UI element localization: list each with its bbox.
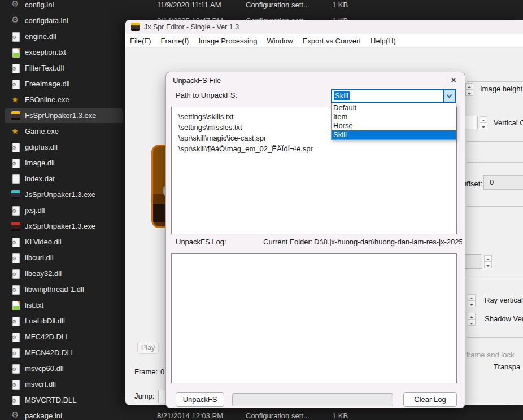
dropdown-option-horse[interactable]: Horse xyxy=(332,121,456,130)
exe-character-icon xyxy=(11,222,20,231)
dropdown-option-item[interactable]: Item xyxy=(332,112,456,121)
clear-log-button[interactable]: Clear Log xyxy=(403,392,457,407)
vertical-offset-label: Vertical Of xyxy=(494,119,523,127)
file-name: JxSprUnpaker1.3.exe xyxy=(25,222,95,230)
dll-file-icon xyxy=(11,64,20,73)
file-name: MFC42D.DLL xyxy=(25,333,69,341)
file-size: 1 KB xyxy=(332,1,348,9)
shadow-vertical-label: Shadow Vert xyxy=(485,314,523,323)
file-name: Game.exe xyxy=(25,127,59,135)
menu-image-processing[interactable]: Image Processing xyxy=(198,37,257,45)
progress-bar xyxy=(232,393,393,406)
exe-file-icon xyxy=(11,127,20,136)
dll-file-icon xyxy=(11,269,20,278)
app-icon xyxy=(131,23,140,31)
file-name: MFCN42D.DLL xyxy=(25,348,75,357)
menu-bar: File(F) Frame(I) Image Processing Window… xyxy=(125,34,523,48)
menu-file[interactable]: File(F) xyxy=(130,37,151,45)
panel-spinner[interactable] xyxy=(484,255,492,268)
file-name: configdata.ini xyxy=(25,16,68,25)
frame-label: Frame: xyxy=(134,368,158,376)
close-icon[interactable]: × xyxy=(447,73,460,87)
file-name: LuaLibDll.dll xyxy=(25,317,65,325)
dll-file-icon xyxy=(11,317,20,326)
frame-value: 0 xyxy=(160,368,164,376)
jump-input[interactable] xyxy=(158,390,166,403)
file-name: engine.dll xyxy=(25,32,56,41)
window-title: Jx Spr Editor - Single - Ver 1.3 xyxy=(144,23,239,31)
unpackfs-button[interactable]: UnpackFS xyxy=(176,392,224,407)
offset-input[interactable]: 0 xyxy=(483,175,523,190)
file-name: msvcrt.dll xyxy=(25,380,56,388)
exe-character-icon xyxy=(11,190,20,199)
dll-file-icon xyxy=(11,253,20,262)
file-name: FsSprUnpaker1.3.exe xyxy=(25,111,96,120)
dialog-title: UnpackFS File xyxy=(173,76,221,85)
file-row[interactable]: config.ini 11/9/2020 11:11 AM Configurat… xyxy=(0,0,523,13)
file-name: JsSprUnpaker1.3.exe xyxy=(25,190,95,199)
dll-file-icon xyxy=(11,285,20,294)
file-name: FilterText.dll xyxy=(25,64,64,72)
dll-file-icon xyxy=(11,80,20,89)
chevron-down-icon xyxy=(468,319,476,326)
panel-divider xyxy=(467,141,523,142)
exe-character-icon xyxy=(11,111,20,120)
file-name: list.txt xyxy=(25,301,43,309)
chevron-down-icon xyxy=(468,300,476,307)
window-titlebar[interactable]: Jx Spr Editor - Single - Ver 1.3 xyxy=(125,20,523,34)
combobox-dropdown: Default Item Horse Skill xyxy=(331,103,456,140)
screen: config.ini 11/9/2020 11:11 AM Configurat… xyxy=(0,0,523,420)
file-date: 11/9/2020 11:11 AM xyxy=(157,1,221,9)
menu-window[interactable]: Window xyxy=(267,37,293,45)
unpackfs-log-box[interactable] xyxy=(171,253,457,383)
dropdown-option-default[interactable]: Default xyxy=(332,103,456,112)
current-folder-label: Current Folder: xyxy=(263,238,312,246)
chevron-down-icon xyxy=(480,123,487,129)
ini-file-icon xyxy=(11,1,20,10)
current-folder-path: D:\8.jx-huong-dan\huong-dan-lam-res-jx-2… xyxy=(314,238,462,246)
shadow-vertical-spinner[interactable] xyxy=(468,313,476,325)
log-label: UnpackFS Log: xyxy=(176,238,226,246)
dll-file-icon xyxy=(11,143,20,152)
menu-frame[interactable]: Frame(I) xyxy=(161,37,189,45)
dropdown-option-skill-selected[interactable]: Skill xyxy=(332,130,456,139)
ini-file-icon xyxy=(11,16,20,25)
ini-file-icon xyxy=(11,412,20,420)
file-row[interactable]: package.ini 8/21/2014 12:03 PM Configura… xyxy=(0,408,523,420)
txt-file-icon xyxy=(11,301,20,310)
txt-file-icon xyxy=(11,48,20,57)
jump-label: Jump: xyxy=(134,392,154,400)
dll-file-icon xyxy=(11,238,20,247)
vertical-offset-spinner[interactable] xyxy=(480,116,487,129)
list-item[interactable]: \spr\skill\¶ëáÒ\mag_em_02_ËÄÏóÍ¬¹é.spr xyxy=(178,143,456,154)
unpackfs-dialog: UnpackFS File × Path to UnpackFS: Skill … xyxy=(165,72,465,408)
transparent-label: Transpa xyxy=(494,362,520,371)
dll-file-icon xyxy=(11,32,20,41)
frame-lock-label: t frame and lock xyxy=(462,351,515,359)
file-name: MSVCRTD.DLL xyxy=(25,396,77,404)
combobox-arrow-button[interactable] xyxy=(443,90,455,102)
file-name: libwinpthread-1.dll xyxy=(25,285,84,294)
panel-divider xyxy=(467,162,523,163)
image-height-label: Image height: xyxy=(480,85,523,93)
dll-file-icon xyxy=(11,206,20,215)
combobox-value: Skill xyxy=(334,91,350,100)
file-name: FSOnline.exe xyxy=(25,95,69,104)
file-name: libcurl.dll xyxy=(25,253,54,262)
exe-file-icon xyxy=(11,95,20,104)
file-name: Image.dll xyxy=(25,159,55,167)
file-name: package.ini xyxy=(25,412,62,420)
panel-divider xyxy=(467,81,523,82)
image-height-spinner[interactable] xyxy=(465,83,473,95)
menu-help[interactable]: Help(H) xyxy=(371,37,396,45)
path-combobox[interactable]: Skill xyxy=(331,89,456,103)
file-type: Configuration sett... xyxy=(246,1,310,9)
ray-vertical-label: Ray vertical o xyxy=(485,296,523,304)
panel-divider xyxy=(467,279,523,279)
chevron-down-icon xyxy=(447,93,452,98)
menu-export-vs-convert[interactable]: Export vs Convert xyxy=(303,37,361,45)
file-name: config.ini xyxy=(25,1,54,9)
ray-vertical-spinner[interactable] xyxy=(468,294,476,307)
play-button[interactable]: Play xyxy=(137,342,159,354)
file-name: KLVideo.dll xyxy=(25,238,62,246)
